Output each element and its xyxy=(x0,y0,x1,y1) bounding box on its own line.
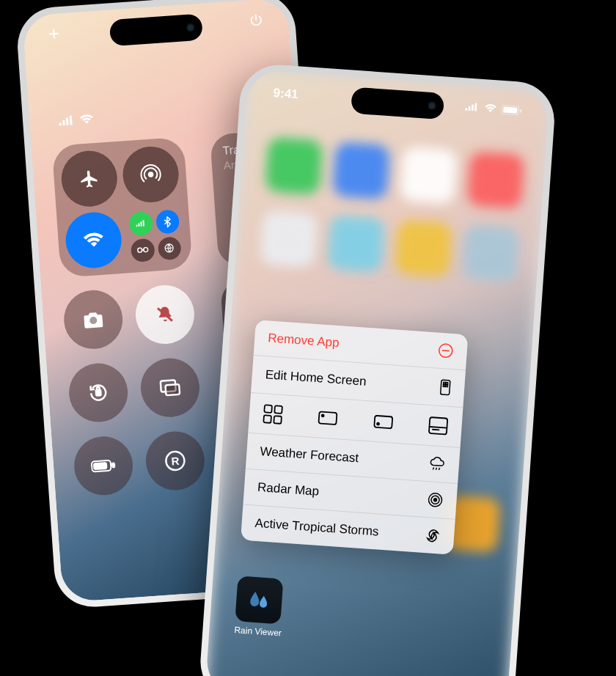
blurred-app-icon xyxy=(327,215,385,273)
svg-rect-14 xyxy=(96,390,101,396)
blurred-app-icon xyxy=(332,142,390,199)
connectivity-cluster xyxy=(52,137,193,278)
screen-mirroring-button[interactable] xyxy=(139,356,201,419)
app-shortcut-button[interactable]: R xyxy=(144,430,206,492)
battery-icon xyxy=(91,458,117,473)
svg-point-43 xyxy=(377,422,379,425)
raindrops-icon xyxy=(243,584,275,616)
menu-label: Remove App xyxy=(268,331,340,350)
phone-frame: 9:41 Remove App Edit Home Screen xyxy=(198,62,557,676)
svg-rect-36 xyxy=(264,405,272,413)
remove-icon xyxy=(437,342,454,359)
svg-rect-34 xyxy=(443,385,445,387)
svg-rect-1 xyxy=(62,120,65,125)
wifi-toggle[interactable] xyxy=(64,210,123,270)
svg-rect-7 xyxy=(140,221,142,226)
rotation-lock-icon xyxy=(87,381,110,405)
cellular-data-toggle[interactable] xyxy=(128,211,153,236)
phone-icon xyxy=(439,378,452,397)
phone-home-context-menu: 9:41 Remove App Edit Home Screen xyxy=(198,62,557,676)
radar-icon xyxy=(427,491,444,508)
blurred-app-icon xyxy=(260,210,318,268)
svg-rect-37 xyxy=(274,405,282,414)
airdrop-toggle[interactable] xyxy=(121,144,180,204)
svg-line-30 xyxy=(442,350,450,351)
cellular-icon xyxy=(465,102,480,111)
cloud-rain-icon xyxy=(428,455,446,473)
wifi-icon xyxy=(79,114,95,125)
svg-rect-2 xyxy=(66,118,69,125)
cellular-icon xyxy=(59,115,76,127)
svg-rect-28 xyxy=(520,109,522,112)
svg-point-4 xyxy=(149,172,153,177)
blurred-app-icon xyxy=(400,147,458,205)
blurred-app-icon xyxy=(462,224,520,282)
widget-size-medium-a[interactable] xyxy=(317,407,339,429)
blurred-app-icon xyxy=(265,137,323,195)
widget-size-medium-b[interactable] xyxy=(372,411,394,433)
battery-icon xyxy=(501,104,522,115)
svg-point-52 xyxy=(433,499,436,502)
silent-mode-toggle[interactable] xyxy=(133,283,196,345)
app-icon xyxy=(235,576,283,624)
svg-rect-19 xyxy=(94,463,107,469)
svg-rect-44 xyxy=(429,417,447,435)
menu-label: Edit Home Screen xyxy=(265,367,367,389)
add-control-button[interactable]: + xyxy=(48,26,60,42)
svg-line-45 xyxy=(429,427,447,428)
svg-rect-32 xyxy=(444,382,446,384)
camera-button[interactable] xyxy=(62,288,125,350)
svg-rect-24 xyxy=(472,105,474,111)
app-tile[interactable]: Rain Viewer xyxy=(234,576,285,638)
svg-rect-25 xyxy=(474,103,477,111)
menu-label: Active Tropical Storms xyxy=(254,516,379,540)
airplane-mode-toggle[interactable] xyxy=(59,149,119,208)
airdrop-icon xyxy=(139,163,163,186)
power-icon[interactable] xyxy=(249,12,264,28)
r-icon: R xyxy=(164,449,187,473)
blurred-app-icon xyxy=(467,151,525,209)
svg-rect-5 xyxy=(136,224,137,227)
svg-rect-3 xyxy=(70,115,73,125)
svg-rect-27 xyxy=(503,106,518,113)
svg-rect-8 xyxy=(142,220,144,226)
svg-rect-18 xyxy=(112,463,114,467)
status-time: 9:41 xyxy=(273,86,298,102)
svg-line-48 xyxy=(436,468,436,470)
screen: 9:41 Remove App Edit Home Screen xyxy=(205,70,549,676)
svg-rect-33 xyxy=(446,382,448,384)
widget-size-small[interactable] xyxy=(262,403,284,425)
personal-hotspot-toggle[interactable] xyxy=(131,238,155,262)
svg-line-46 xyxy=(432,430,439,430)
widget-size-large[interactable] xyxy=(428,415,450,437)
camera-icon xyxy=(81,309,105,330)
airplane-icon xyxy=(78,168,100,190)
rotation-lock-toggle[interactable] xyxy=(67,361,129,424)
app-context-menu: Remove App Edit Home Screen xyxy=(241,320,468,554)
svg-rect-42 xyxy=(374,416,392,429)
blurred-app-icon xyxy=(395,219,452,277)
status-icons xyxy=(465,102,523,115)
svg-rect-35 xyxy=(446,385,448,387)
menu-label: Weather Forecast xyxy=(260,444,359,466)
svg-rect-16 xyxy=(165,384,180,395)
svg-rect-39 xyxy=(274,416,282,424)
connectivity-mini-cluster xyxy=(125,206,185,265)
low-power-mode-toggle[interactable] xyxy=(72,435,134,497)
svg-rect-6 xyxy=(138,223,139,227)
svg-rect-0 xyxy=(59,122,61,125)
wifi-icon xyxy=(484,103,498,113)
svg-point-41 xyxy=(322,414,324,416)
bluetooth-toggle[interactable] xyxy=(155,209,180,234)
svg-rect-40 xyxy=(319,412,337,425)
menu-label: Radar Map xyxy=(257,480,319,499)
svg-text:R: R xyxy=(171,455,180,468)
bell-slash-icon xyxy=(154,304,176,326)
svg-line-49 xyxy=(439,468,439,470)
screen-mirroring-icon xyxy=(158,378,182,398)
svg-line-47 xyxy=(433,467,433,469)
vpn-toggle[interactable] xyxy=(157,236,182,261)
svg-rect-38 xyxy=(263,415,271,423)
svg-rect-22 xyxy=(465,108,467,111)
wifi-icon xyxy=(82,232,105,249)
